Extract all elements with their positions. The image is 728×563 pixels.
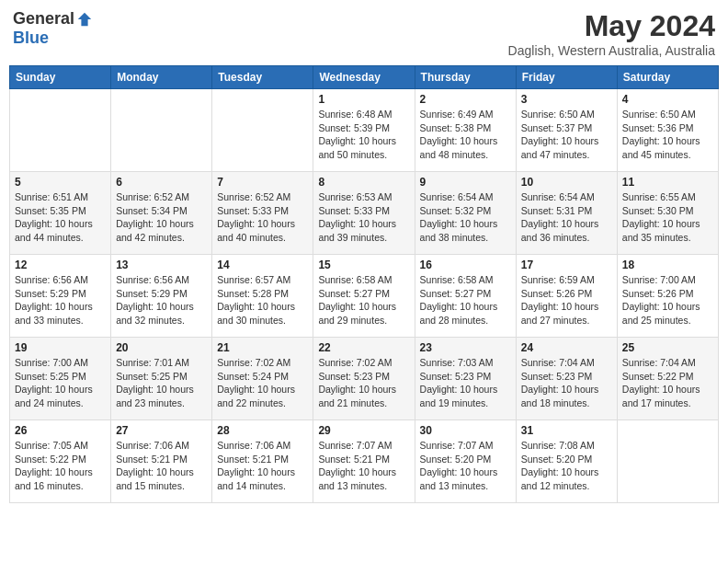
location-text: Daglish, Western Australia, Australia xyxy=(508,43,715,58)
day-number: 23 xyxy=(420,341,511,354)
day-info: Sunrise: 7:00 AMSunset: 5:26 PMDaylight:… xyxy=(622,273,713,327)
calendar-cell: 21Sunrise: 7:02 AMSunset: 5:24 PMDayligh… xyxy=(212,338,313,420)
day-number: 22 xyxy=(318,341,409,354)
day-info: Sunrise: 6:54 AMSunset: 5:31 PMDaylight:… xyxy=(521,190,612,245)
weekday-header: Tuesday xyxy=(212,66,313,89)
day-number: 8 xyxy=(318,176,409,189)
day-info: Sunrise: 6:55 AMSunset: 5:30 PMDaylight:… xyxy=(622,190,713,245)
day-number: 3 xyxy=(521,93,612,106)
calendar-cell: 9Sunrise: 6:54 AMSunset: 5:32 PMDaylight… xyxy=(415,172,516,255)
day-info: Sunrise: 6:49 AMSunset: 5:38 PMDaylight:… xyxy=(420,108,511,162)
day-info: Sunrise: 6:52 AMSunset: 5:34 PMDaylight:… xyxy=(116,190,207,245)
weekday-header: Saturday xyxy=(617,66,718,89)
day-info: Sunrise: 6:57 AMSunset: 5:28 PMDaylight:… xyxy=(217,273,308,327)
day-number: 13 xyxy=(116,259,207,271)
day-number: 15 xyxy=(318,259,409,271)
day-info: Sunrise: 6:58 AMSunset: 5:27 PMDaylight:… xyxy=(318,273,409,327)
calendar-cell: 19Sunrise: 7:00 AMSunset: 5:25 PMDayligh… xyxy=(10,338,111,420)
calendar-cell: 12Sunrise: 6:56 AMSunset: 5:29 PMDayligh… xyxy=(10,255,111,338)
day-number: 26 xyxy=(15,424,106,437)
calendar-cell xyxy=(212,89,313,172)
calendar-cell xyxy=(10,89,111,172)
day-info: Sunrise: 7:03 AMSunset: 5:23 PMDaylight:… xyxy=(420,356,511,410)
day-number: 10 xyxy=(521,176,612,189)
day-info: Sunrise: 6:58 AMSunset: 5:27 PMDaylight:… xyxy=(420,273,511,327)
day-number: 27 xyxy=(116,424,207,437)
calendar-cell: 22Sunrise: 7:02 AMSunset: 5:23 PMDayligh… xyxy=(313,338,415,420)
calendar-table: SundayMondayTuesdayWednesdayThursdayFrid… xyxy=(9,65,719,503)
calendar-cell: 8Sunrise: 6:53 AMSunset: 5:33 PMDaylight… xyxy=(313,172,415,255)
calendar-week-row: 5Sunrise: 6:51 AMSunset: 5:35 PMDaylight… xyxy=(10,172,719,255)
day-info: Sunrise: 7:04 AMSunset: 5:23 PMDaylight:… xyxy=(521,356,612,410)
logo-icon xyxy=(76,11,93,28)
day-number: 31 xyxy=(521,424,612,437)
day-info: Sunrise: 6:56 AMSunset: 5:29 PMDaylight:… xyxy=(15,273,106,327)
calendar-cell: 11Sunrise: 6:55 AMSunset: 5:30 PMDayligh… xyxy=(617,172,718,255)
calendar-cell: 3Sunrise: 6:50 AMSunset: 5:37 PMDaylight… xyxy=(516,89,617,172)
calendar-cell: 15Sunrise: 6:58 AMSunset: 5:27 PMDayligh… xyxy=(313,255,415,338)
title-area: May 2024 Daglish, Western Australia, Aus… xyxy=(508,9,715,58)
calendar-cell: 25Sunrise: 7:04 AMSunset: 5:22 PMDayligh… xyxy=(617,338,718,420)
day-number: 14 xyxy=(217,259,308,271)
calendar-cell: 14Sunrise: 6:57 AMSunset: 5:28 PMDayligh… xyxy=(212,255,313,338)
day-info: Sunrise: 7:08 AMSunset: 5:20 PMDaylight:… xyxy=(521,439,612,493)
calendar-cell: 31Sunrise: 7:08 AMSunset: 5:20 PMDayligh… xyxy=(516,420,617,503)
day-number: 20 xyxy=(116,341,207,354)
weekday-header: Thursday xyxy=(415,66,516,89)
day-number: 2 xyxy=(420,93,511,106)
calendar-cell: 7Sunrise: 6:52 AMSunset: 5:33 PMDaylight… xyxy=(212,172,313,255)
calendar-cell: 29Sunrise: 7:07 AMSunset: 5:21 PMDayligh… xyxy=(313,420,415,503)
day-number: 7 xyxy=(217,176,308,189)
weekday-header: Sunday xyxy=(10,66,111,89)
weekday-header: Friday xyxy=(516,66,617,89)
day-number: 5 xyxy=(15,176,106,189)
day-info: Sunrise: 6:50 AMSunset: 5:36 PMDaylight:… xyxy=(622,108,713,162)
day-number: 11 xyxy=(622,176,713,189)
day-number: 9 xyxy=(420,176,511,189)
day-info: Sunrise: 7:07 AMSunset: 5:20 PMDaylight:… xyxy=(420,439,511,493)
day-info: Sunrise: 6:52 AMSunset: 5:33 PMDaylight:… xyxy=(217,190,308,245)
day-info: Sunrise: 6:56 AMSunset: 5:29 PMDaylight:… xyxy=(116,273,207,327)
page-header: General Blue May 2024 Daglish, Western A… xyxy=(9,9,719,58)
day-number: 25 xyxy=(622,341,713,354)
day-number: 21 xyxy=(217,341,308,354)
calendar-week-row: 26Sunrise: 7:05 AMSunset: 5:22 PMDayligh… xyxy=(10,420,719,503)
day-info: Sunrise: 6:53 AMSunset: 5:33 PMDaylight:… xyxy=(318,190,409,245)
calendar-cell: 4Sunrise: 6:50 AMSunset: 5:36 PMDaylight… xyxy=(617,89,718,172)
day-info: Sunrise: 7:01 AMSunset: 5:25 PMDaylight:… xyxy=(116,356,207,410)
calendar-cell: 28Sunrise: 7:06 AMSunset: 5:21 PMDayligh… xyxy=(212,420,313,503)
day-number: 19 xyxy=(15,341,106,354)
calendar-cell: 18Sunrise: 7:00 AMSunset: 5:26 PMDayligh… xyxy=(617,255,718,338)
calendar-cell: 1Sunrise: 6:48 AMSunset: 5:39 PMDaylight… xyxy=(313,89,415,172)
calendar-cell xyxy=(111,89,212,172)
day-info: Sunrise: 6:50 AMSunset: 5:37 PMDaylight:… xyxy=(521,108,612,162)
day-number: 28 xyxy=(217,424,308,437)
day-number: 24 xyxy=(521,341,612,354)
calendar-cell: 5Sunrise: 6:51 AMSunset: 5:35 PMDaylight… xyxy=(10,172,111,255)
calendar-cell: 30Sunrise: 7:07 AMSunset: 5:20 PMDayligh… xyxy=(415,420,516,503)
logo-blue-text: Blue xyxy=(13,29,49,48)
day-number: 16 xyxy=(420,259,511,271)
weekday-header: Monday xyxy=(111,66,212,89)
day-info: Sunrise: 6:51 AMSunset: 5:35 PMDaylight:… xyxy=(15,190,106,245)
day-number: 17 xyxy=(521,259,612,271)
calendar-cell: 27Sunrise: 7:06 AMSunset: 5:21 PMDayligh… xyxy=(111,420,212,503)
day-info: Sunrise: 7:00 AMSunset: 5:25 PMDaylight:… xyxy=(15,356,106,410)
logo: General Blue xyxy=(13,9,93,48)
day-number: 30 xyxy=(420,424,511,437)
calendar-cell: 13Sunrise: 6:56 AMSunset: 5:29 PMDayligh… xyxy=(111,255,212,338)
calendar-cell: 26Sunrise: 7:05 AMSunset: 5:22 PMDayligh… xyxy=(10,420,111,503)
calendar-cell xyxy=(617,420,718,503)
logo-general-text: General xyxy=(13,9,74,29)
weekday-header-row: SundayMondayTuesdayWednesdayThursdayFrid… xyxy=(10,66,719,89)
calendar-cell: 24Sunrise: 7:04 AMSunset: 5:23 PMDayligh… xyxy=(516,338,617,420)
calendar-week-row: 12Sunrise: 6:56 AMSunset: 5:29 PMDayligh… xyxy=(10,255,719,338)
day-info: Sunrise: 6:54 AMSunset: 5:32 PMDaylight:… xyxy=(420,190,511,245)
day-info: Sunrise: 7:02 AMSunset: 5:23 PMDaylight:… xyxy=(318,356,409,410)
weekday-header: Wednesday xyxy=(313,66,415,89)
day-info: Sunrise: 7:06 AMSunset: 5:21 PMDaylight:… xyxy=(217,439,308,493)
day-info: Sunrise: 7:07 AMSunset: 5:21 PMDaylight:… xyxy=(318,439,409,493)
calendar-cell: 20Sunrise: 7:01 AMSunset: 5:25 PMDayligh… xyxy=(111,338,212,420)
month-title: May 2024 xyxy=(508,9,715,43)
calendar-cell: 17Sunrise: 6:59 AMSunset: 5:26 PMDayligh… xyxy=(516,255,617,338)
